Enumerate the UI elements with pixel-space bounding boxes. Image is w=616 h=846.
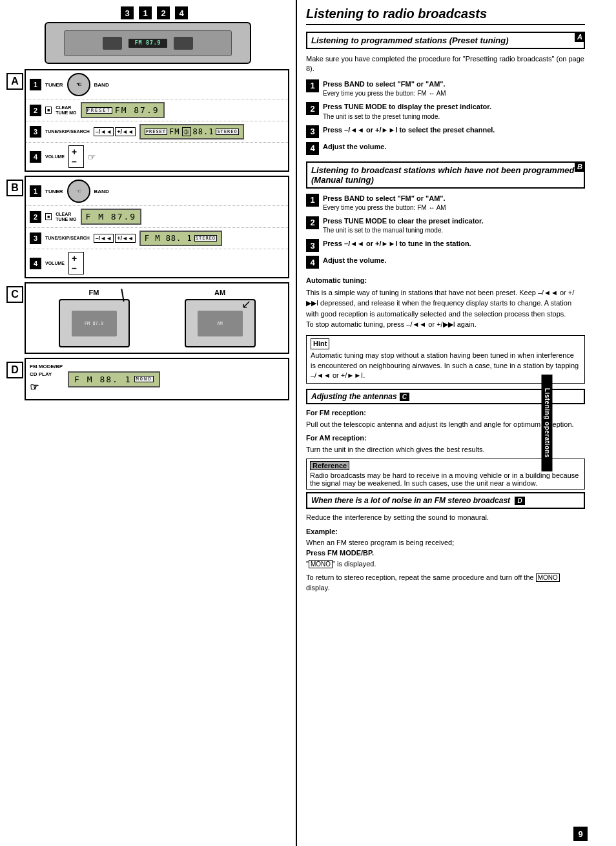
tuner-dial-b: ☜ <box>67 180 90 203</box>
reference-body: Radio broadcasts may be hard to receive … <box>310 471 581 487</box>
right-panel: Listening to radio broadcasts Listening … <box>297 0 594 846</box>
diagram-a-step1: 1 TUNER ☜ BAND <box>26 70 288 99</box>
section-b-header: Listening to broadcast stations which ha… <box>306 161 585 189</box>
adjusting-antennas-badge: C <box>400 393 409 401</box>
step-b3-num: 3 <box>306 239 319 252</box>
step-b2-num: 2 <box>306 216 319 229</box>
cassette-player-diagram: FM 87.9 <box>45 22 251 64</box>
side-tab: Listening operations <box>542 375 553 471</box>
page-title: Listening to radio broadcasts <box>306 6 585 25</box>
diagram-a-step3: 3 TUNE/SKIP/SEARCH –/◄◄ +/◄◄ PRESET FM ③… <box>26 121 288 143</box>
mono-badge-example: MONO <box>309 560 333 568</box>
adjusting-antennas-text: Adjusting the antennas <box>311 392 397 401</box>
step-b1: 1 Press BAND to select "FM" or "AM". Eve… <box>306 194 585 212</box>
step-a3-main: Press –/◄◄ or +/►►I to select the preset… <box>323 125 495 135</box>
reference-label: Reference <box>310 461 349 470</box>
step-b1-num: 1 <box>306 194 319 207</box>
step-b2-num: 2 <box>30 211 41 223</box>
section-a-label: A <box>6 73 23 90</box>
noise-badge: D <box>515 497 524 505</box>
left-panel: 3 1 2 4 FM 87.9 A 1 TUNER ☜ <box>0 0 297 846</box>
display-a2: PRESET FM 87.9 <box>81 102 165 118</box>
band-label-b: BAND <box>94 189 109 194</box>
step-b4-main: Adjust the volume. <box>323 256 386 265</box>
example-line1: When an FM stereo program is being recei… <box>306 537 585 548</box>
step-b4-content: Adjust the volume. <box>323 256 386 265</box>
section-a-intro: Make sure you have completed the procedu… <box>306 54 585 74</box>
num-4-badge: 4 <box>175 6 188 19</box>
section-a-badge: A <box>575 32 585 42</box>
section-c-label: C <box>6 286 23 303</box>
display-b2: F M 87.9 <box>81 209 142 225</box>
auto-tuning-body: This is a simple way of tuning in statio… <box>306 287 585 330</box>
step-b3-content: Press –/◄◄ or +/►►I to tune in the stati… <box>323 239 471 249</box>
tuner-dial-a: ☜ <box>67 73 90 96</box>
section-d-content: FM MODE/BP CD PLAY ☞ F M 88. 1 MONO <box>30 363 284 395</box>
diagram-section-b: B 1 TUNER ☜ BAND 2 ■ CLEARTUNE MO F M 87… <box>25 176 289 278</box>
example-title: Example: <box>306 526 585 537</box>
clear-b: ■ <box>45 214 52 220</box>
diagram-a-step4: 4 VOLUME + – ☞ <box>26 143 288 170</box>
section-a-header-text: Listening to programmed stations (Preset… <box>311 36 509 45</box>
step-a2-content: Press TUNE MODE to display the preset in… <box>323 102 491 121</box>
volume-control-a: + – <box>68 145 84 168</box>
step-b3-num: 3 <box>30 232 41 244</box>
step-a2-sub: The unit is set to the preset tuning mod… <box>323 112 491 121</box>
hint-label: Hint <box>311 338 329 349</box>
step-a4: 4 Adjust the volume. <box>306 142 585 155</box>
diagram-section-a: A 1 TUNER ☜ BAND 2 ■ CLEARTUNE MO <box>25 69 289 172</box>
tune-skip-label-b: TUNE/SKIP/SEARCH <box>45 236 90 241</box>
page-number: 9 <box>573 827 588 841</box>
step-a4-num: 4 <box>30 151 41 163</box>
hand-icon-a4: ☞ <box>88 152 96 162</box>
example-line2: Press FM MODE/BP. <box>306 548 585 559</box>
fm-label: FM <box>89 289 99 296</box>
step-a2-num: 2 <box>306 102 319 115</box>
fm-device: FM FM 87.9 <box>59 289 130 347</box>
step-a4-num: 4 <box>306 142 319 155</box>
step-b2: 2 Press TUNE MODE to clear the preset in… <box>306 216 585 235</box>
step-a1-num: 1 <box>30 79 41 90</box>
clear-tunemode-a: ■ <box>45 107 52 113</box>
step-a4-content: Adjust the volume. <box>323 142 386 152</box>
step-b1-sub: Every time you press the button: FM ↔ AM <box>323 203 446 212</box>
step-b4: 4 Adjust the volume. <box>306 256 585 269</box>
display-a3: PRESET FM ③ 88.1 STEREO <box>139 124 244 139</box>
example-line3: "MONO" is displayed. <box>306 559 585 570</box>
fm-am-diagram: FM FM 87.9 AM ↙ AM <box>31 289 283 347</box>
hint-body: Automatic tuning may stop without a stat… <box>311 351 580 380</box>
diagram-section-d: D FM MODE/BP CD PLAY ☞ F M 88. 1 MONO <box>25 358 289 400</box>
step-a2-main: Press TUNE MODE to display the preset in… <box>323 102 491 112</box>
mono-badge-return: MONO <box>536 573 560 582</box>
section-b-header-text: Listening to broadcast stations which ha… <box>311 165 574 185</box>
step-b3: 3 Press –/◄◄ or +/►►I to tune in the sta… <box>306 239 585 252</box>
fm-mode-label: FM MODE/BP <box>30 363 63 371</box>
am-device: AM ↙ AM <box>185 289 256 347</box>
step-a3-content: Press –/◄◄ or +/►►I to select the preset… <box>323 125 495 135</box>
section-a-header: Listening to programmed stations (Preset… <box>306 32 585 49</box>
step-a2-num: 2 <box>30 105 41 116</box>
num-3-badge: 3 <box>121 6 134 19</box>
section-d-label: D <box>6 362 23 378</box>
hand-icon-d: ☞ <box>30 380 63 395</box>
step-a1-main: Press BAND to select "FM" or "AM". <box>323 79 446 89</box>
step-b4-num: 4 <box>30 258 41 269</box>
step-a4-main: Adjust the volume. <box>323 142 386 152</box>
nav-buttons-a: –/◄◄ +/◄◄ <box>94 127 136 136</box>
step-a1: 1 Press BAND to select "FM" or "AM". Eve… <box>306 79 585 98</box>
step-a3: 3 Press –/◄◄ or +/►►I to select the pres… <box>306 125 585 138</box>
am-label: AM <box>214 289 225 296</box>
volume-label-a: VOLUME <box>45 154 65 159</box>
diagram-b-step2: 2 ■ CLEARTUNE MO F M 87.9 <box>26 206 288 228</box>
band-label-a: BAND <box>94 82 109 88</box>
tune-skip-label-a: TUNE/SKIP/SEARCH <box>45 129 90 134</box>
step-b1-main: Press BAND to select "FM" or "AM". <box>323 194 446 203</box>
diagram-a-step2: 2 ■ CLEARTUNE MO PRESET FM 87.9 <box>26 99 288 121</box>
step-b2-main: Press TUNE MODE to clear the preset indi… <box>323 216 484 226</box>
diagram-b-step3: 3 TUNE/SKIP/SEARCH –/◄◄ +/◄◄ F M 88. 1 S… <box>26 228 288 249</box>
step-a3-num: 3 <box>30 126 41 138</box>
noise-section-header: When there is a lot of noise in an FM st… <box>306 492 585 509</box>
num-2-badge: 2 <box>157 6 170 19</box>
step-a1-num: 1 <box>306 79 319 92</box>
step-b1-content: Press BAND to select "FM" or "AM". Every… <box>323 194 446 212</box>
